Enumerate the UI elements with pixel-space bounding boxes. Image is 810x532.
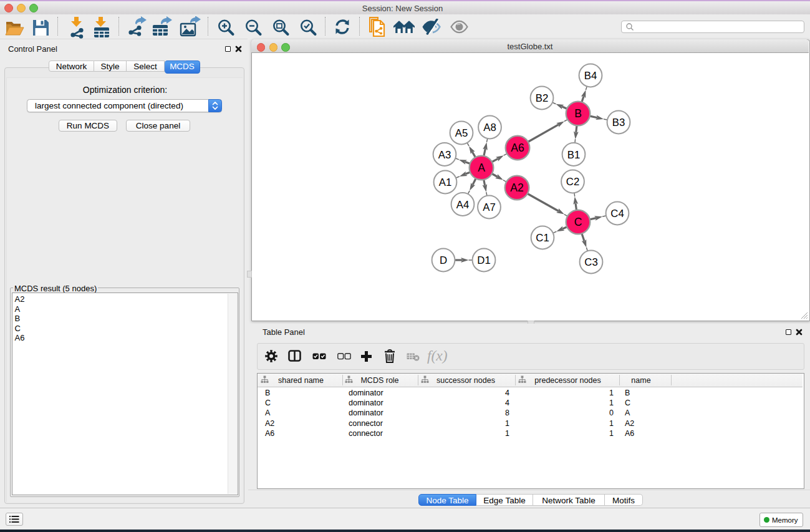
svg-text:B3: B3 bbox=[612, 117, 625, 128]
svg-text:A4: A4 bbox=[456, 199, 470, 211]
svg-text:D: D bbox=[440, 254, 447, 266]
svg-text:A6: A6 bbox=[511, 142, 524, 154]
svg-text:B2: B2 bbox=[536, 92, 549, 104]
svg-text:C: C bbox=[574, 216, 582, 228]
svg-text:B: B bbox=[574, 107, 582, 120]
svg-text:C1: C1 bbox=[536, 232, 549, 244]
svg-text:C4: C4 bbox=[610, 208, 624, 220]
svg-text:D1: D1 bbox=[477, 254, 490, 266]
svg-text:C3: C3 bbox=[584, 256, 597, 268]
svg-text:A3: A3 bbox=[438, 149, 451, 161]
svg-text:A7: A7 bbox=[483, 201, 496, 213]
svg-text:A2: A2 bbox=[510, 181, 524, 194]
svg-text:A5: A5 bbox=[455, 127, 468, 139]
svg-text:A8: A8 bbox=[483, 122, 496, 133]
svg-text:A1: A1 bbox=[439, 177, 452, 188]
svg-text:A: A bbox=[478, 162, 485, 174]
svg-text:B4: B4 bbox=[584, 70, 597, 82]
svg-text:B1: B1 bbox=[567, 149, 581, 161]
svg-text:C2: C2 bbox=[566, 176, 579, 188]
